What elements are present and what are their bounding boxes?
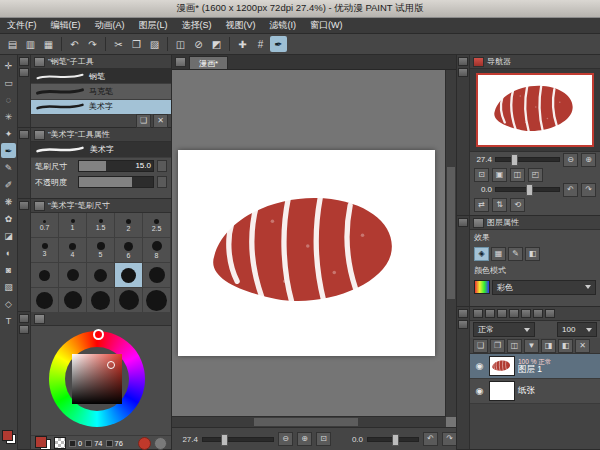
brush-size-cell[interactable] [31,263,59,287]
zoom-out-icon[interactable]: ⊖ [278,432,293,446]
panel-dock-icon[interactable] [19,57,29,66]
layer-palette-icon[interactable] [533,309,543,318]
tab-list-icon[interactable] [175,57,186,67]
brush-size-panel-title[interactable]: "美术字"笔刷尺寸 [31,199,171,213]
navigator-title[interactable]: 导航器 [470,55,600,69]
brush-size-cell[interactable] [59,288,87,312]
layer-visibility-icon[interactable]: ◉ [473,385,486,398]
eyedropper-tool-icon[interactable]: ✦ [1,126,16,141]
selection-tool-icon[interactable]: ▭ [1,75,16,90]
eraser-tool-icon[interactable]: ◪ [1,228,16,243]
statusbar-zoom-slider[interactable] [202,437,274,442]
color-mode-select[interactable]: 彩色 [492,280,596,295]
navigator-rotation-knob[interactable] [526,184,533,196]
brush-size-cell[interactable]: 8 [143,238,171,262]
navigator-tab-icon[interactable] [473,57,484,67]
opacity-stepper[interactable] [157,176,167,188]
saturation-value-square[interactable] [72,354,122,404]
subtool-panel-title[interactable]: "钢笔"子工具 [31,55,171,69]
main-color-swatch[interactable] [2,430,13,441]
horizontal-scroll-thumb[interactable] [254,418,358,426]
rotation-slider-knob[interactable] [392,434,399,446]
current-tool-icon[interactable]: ✒ [270,36,287,52]
flip-horizontal-icon[interactable]: ⇄ [474,198,489,212]
panel-dock-icon[interactable] [458,57,468,66]
brush-size-cell[interactable] [59,263,87,287]
save-icon[interactable]: ▦ [40,36,57,52]
subtool-item-art-pen[interactable]: 美术字 [31,100,171,115]
actual-size-icon[interactable]: ▣ [492,168,507,182]
delete-layer-icon[interactable]: ✕ [575,339,590,353]
menu-filter[interactable]: 滤镜(I) [263,18,304,33]
grid-icon[interactable]: # [252,36,269,52]
pen-tool-icon[interactable]: ✒ [1,143,16,158]
panel-menu-icon[interactable] [34,130,45,140]
brush-size-cell[interactable]: 2.5 [143,213,171,237]
layer-palette-icon[interactable] [521,309,531,318]
reset-view-icon[interactable]: ⟲ [510,198,525,212]
copy-icon[interactable]: ❐ [128,36,145,52]
panel-dock-icon[interactable] [458,68,468,77]
brush-size-cell[interactable] [143,263,171,287]
layer-property-title[interactable]: 图层属性 [470,216,600,230]
opacity-slider[interactable] [78,176,154,188]
move-tool-icon[interactable]: ✛ [1,58,16,73]
brush-size-cell[interactable]: 5 [87,238,115,262]
layer-palette-icon[interactable] [473,309,483,318]
panel-dock-icon[interactable] [19,130,29,139]
blend-mode-select[interactable]: 正常 [473,322,535,337]
brush-size-cell[interactable] [143,288,171,312]
subtool-item-pen[interactable]: 钢笔 [31,69,171,84]
delete-subtool-icon[interactable]: ✕ [153,114,168,128]
tool-property-title[interactable]: "美术字"工具属性 [31,128,171,142]
invert-selection-icon[interactable]: ◩ [208,36,225,52]
menu-edit[interactable]: 编辑(E) [44,18,88,33]
panel-dock-icon[interactable] [19,314,29,323]
brush-size-stepper[interactable] [157,160,167,172]
zoom-out-icon[interactable]: ⊖ [563,153,578,167]
color-mixer-icon[interactable] [154,437,167,450]
rotate-left-icon[interactable]: ↶ [423,432,438,446]
zoom-in-icon[interactable]: ⊕ [297,432,312,446]
brush-size-cell[interactable]: 6 [115,238,143,262]
fit-window-icon[interactable]: ⊡ [316,432,331,446]
panel-dock-icon[interactable] [458,218,468,227]
lasso-tool-icon[interactable]: ◌ [1,92,16,107]
layer-color-icon[interactable]: ◧ [525,247,540,261]
canvas-viewport[interactable] [172,70,456,427]
brush-size-cell[interactable]: 1.5 [87,213,115,237]
layer-palette-icon[interactable] [545,309,555,318]
brush-size-cell[interactable]: 3 [31,238,59,262]
menu-window[interactable]: 窗口(W) [303,18,350,33]
menu-select[interactable]: 选择(S) [175,18,219,33]
brush-tool-icon[interactable]: ✐ [1,177,16,192]
layer-palette-icon[interactable] [497,309,507,318]
panel-menu-icon[interactable] [34,201,45,211]
layer-mask-icon[interactable]: ◨ [541,339,556,353]
panel-menu-icon[interactable] [34,57,45,67]
fill-tool-icon[interactable]: ◙ [1,262,16,277]
fit-screen-icon[interactable]: ⊡ [474,168,489,182]
brush-size-cell[interactable]: 0.7 [31,213,59,237]
layer-opacity-field[interactable]: 100 [557,322,597,337]
panel-menu-icon[interactable] [473,218,484,228]
panel-dock-icon[interactable] [458,320,468,329]
brush-size-cell[interactable]: 2 [115,213,143,237]
layer-palette-icon[interactable] [485,309,495,318]
color-cursor-icon[interactable] [107,361,115,369]
rotate-right-icon[interactable]: ↷ [442,432,457,446]
redo-icon[interactable]: ↷ [84,36,101,52]
cut-icon[interactable]: ✂ [110,36,127,52]
zoom-in-icon[interactable]: ⊕ [581,153,596,167]
canvas-page[interactable] [178,150,435,356]
panel-menu-icon[interactable] [34,314,45,324]
brush-size-cell[interactable] [87,263,115,287]
main-color-swatch[interactable] [35,436,47,448]
flip-vertical-icon[interactable]: ⇅ [492,198,507,212]
border-effect-icon[interactable]: ◈ [474,247,489,261]
new-folder-icon[interactable]: ❐ [490,339,505,353]
brush-size-cell[interactable]: 4 [59,238,87,262]
brush-size-cell[interactable] [87,288,115,312]
transparent-color-chip[interactable] [54,437,66,449]
menu-layer[interactable]: 图层(L) [132,18,175,33]
